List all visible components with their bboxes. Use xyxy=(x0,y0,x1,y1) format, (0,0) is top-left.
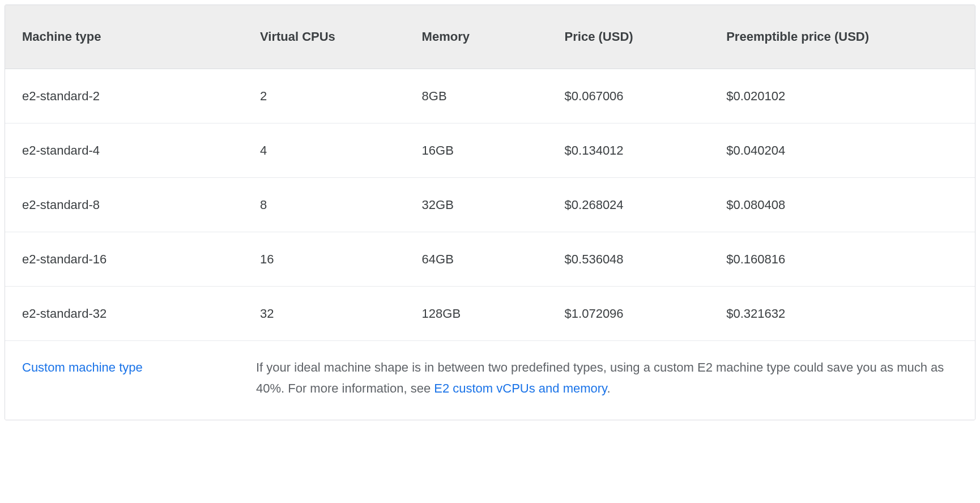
cell-price: $0.067006 xyxy=(557,86,719,106)
cell-memory: 128GB xyxy=(414,303,557,324)
cell-preemptible-price: $0.080408 xyxy=(718,194,966,215)
table-body: e2-standard-2 2 8GB $0.067006 $0.020102 … xyxy=(5,69,975,420)
header-memory: Memory xyxy=(414,26,557,47)
cell-memory: 16GB xyxy=(414,140,557,161)
cell-preemptible-price: $0.321632 xyxy=(718,303,966,324)
cell-preemptible-price: $0.020102 xyxy=(718,86,966,106)
header-price: Price (USD) xyxy=(557,26,719,47)
pricing-table: Machine type Virtual CPUs Memory Price (… xyxy=(5,5,975,420)
table-row: e2-standard-32 32 128GB $1.072096 $0.321… xyxy=(5,287,975,341)
cell-machine-type: e2-standard-4 xyxy=(14,140,252,161)
table-row: e2-standard-2 2 8GB $0.067006 $0.020102 xyxy=(5,69,975,123)
cell-vcpus: 8 xyxy=(252,194,414,215)
cell-memory: 8GB xyxy=(414,86,557,106)
cell-machine-type: e2-standard-2 xyxy=(14,86,252,106)
header-preemptible-price: Preemptible price (USD) xyxy=(718,26,966,47)
footer-text-after: . xyxy=(607,381,611,395)
cell-vcpus: 4 xyxy=(252,140,414,161)
e2-custom-vcpus-link[interactable]: E2 custom vCPUs and memory xyxy=(434,381,607,395)
table-row: e2-standard-16 16 64GB $0.536048 $0.1608… xyxy=(5,232,975,287)
cell-vcpus: 16 xyxy=(252,249,414,270)
custom-machine-type-row: Custom machine type If your ideal machin… xyxy=(5,341,975,420)
cell-price: $1.072096 xyxy=(557,303,719,324)
custom-machine-type-link[interactable]: Custom machine type xyxy=(22,360,143,374)
header-row: Machine type Virtual CPUs Memory Price (… xyxy=(5,5,975,69)
table-row: e2-standard-8 8 32GB $0.268024 $0.080408 xyxy=(5,178,975,232)
cell-price: $0.134012 xyxy=(557,140,719,161)
header-machine-type: Machine type xyxy=(14,26,252,47)
header-vcpus: Virtual CPUs xyxy=(252,26,414,47)
cell-machine-type: e2-standard-16 xyxy=(14,249,252,270)
cell-memory: 64GB xyxy=(414,249,557,270)
cell-vcpus: 32 xyxy=(252,303,414,324)
table-row: e2-standard-4 4 16GB $0.134012 $0.040204 xyxy=(5,123,975,178)
custom-machine-type-description: If your ideal machine shape is in betwee… xyxy=(256,357,958,399)
cell-machine-type: e2-standard-8 xyxy=(14,194,252,215)
cell-vcpus: 2 xyxy=(252,86,414,106)
table-header: Machine type Virtual CPUs Memory Price (… xyxy=(5,5,975,69)
cell-price: $0.536048 xyxy=(557,249,719,270)
cell-memory: 32GB xyxy=(414,194,557,215)
cell-preemptible-price: $0.040204 xyxy=(718,140,966,161)
cell-machine-type: e2-standard-32 xyxy=(14,303,252,324)
cell-price: $0.268024 xyxy=(557,194,719,215)
cell-preemptible-price: $0.160816 xyxy=(718,249,966,270)
